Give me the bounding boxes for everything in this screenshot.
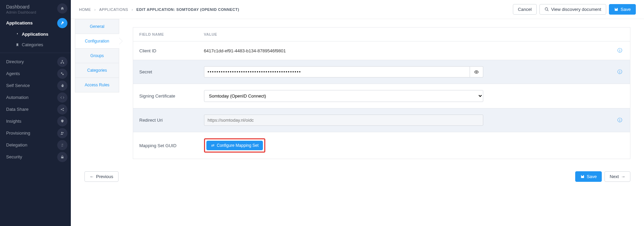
svg-rect-10 — [61, 157, 64, 158]
sidebar-sub-categories[interactable]: Categories — [10, 39, 71, 50]
sidebar-applications-sub: Applications Categories — [0, 29, 71, 50]
content-area: General Configuration Groups Categories … — [71, 19, 644, 167]
eye-icon — [474, 70, 479, 74]
sidebar-applications-section: Applications ▾ — [0, 17, 71, 29]
users-icon[interactable] — [57, 128, 67, 138]
info-icon[interactable]: ⓘ — [617, 117, 622, 123]
configure-mapping-button[interactable]: Configure Mapping Set — [206, 141, 263, 150]
tab-access-rules[interactable]: Access Rules — [75, 77, 119, 92]
svg-point-8 — [61, 132, 63, 133]
sidebar-dashboard-section: Dashboard Admin Dashboard — [0, 0, 71, 17]
view-discovery-button[interactable]: View discovery document — [539, 4, 606, 15]
row-redirect-uri: Redirect Uri ⓘ — [133, 108, 630, 132]
save-button-bottom[interactable]: Save — [575, 171, 602, 182]
svg-point-11 — [545, 8, 548, 11]
bulb-icon[interactable] — [57, 116, 67, 126]
tabs-column: General Configuration Groups Categories … — [75, 19, 119, 167]
sidebar-selfservice-section: Self Service ‹ — [0, 80, 71, 91]
cancel-button[interactable]: Cancel — [513, 4, 537, 15]
breadcrumb-applications[interactable]: APPLICATIONS — [99, 7, 128, 12]
svg-point-4 — [62, 74, 64, 75]
sidebar-item-label: Agents — [6, 71, 20, 76]
arrow-left-icon: ← — [90, 174, 94, 179]
rocket-small-icon — [16, 33, 20, 36]
label-client-id: Client ID — [133, 41, 198, 60]
form-area: FIELD NAME VALUE Client ID 6417c1dd-ef91… — [119, 19, 644, 167]
sidebar-sub-label: Applications — [22, 32, 48, 37]
share-icon[interactable] — [57, 104, 67, 115]
chevron-right-icon: › — [94, 7, 96, 12]
search-icon — [545, 7, 549, 12]
sidebar-sub-label: Categories — [22, 42, 43, 47]
sidebar-datashare-section: Data Share — [0, 103, 71, 115]
svg-point-3 — [61, 72, 62, 74]
sitemap-icon[interactable] — [57, 57, 67, 67]
bookmark-icon — [16, 43, 20, 47]
breadcrumb-home[interactable]: HOME — [79, 7, 91, 12]
sidebar-insights-section: Insights ‹ — [0, 115, 71, 127]
label-redirect-uri: Redirect Uri — [133, 108, 198, 132]
sidebar-dashboard-title: Dashboard — [6, 4, 65, 10]
save-button-top[interactable]: Save — [609, 4, 636, 15]
lock-icon[interactable] — [57, 152, 67, 162]
sidebar-agents-section: Agents — [0, 68, 71, 80]
gears-icon[interactable] — [57, 69, 67, 79]
secret-input[interactable] — [204, 66, 470, 77]
breadcrumb: HOME › APPLICATIONS › EDIT APPLICATION: … — [79, 7, 239, 12]
svg-rect-2 — [63, 63, 64, 64]
sidebar-item-label: Data Share — [6, 107, 29, 112]
next-button[interactable]: Next → — [604, 171, 630, 182]
sidebar-directory-section: Directory ‹ — [0, 56, 71, 68]
sidebar-item-label: Security — [6, 154, 22, 159]
code-icon[interactable] — [57, 92, 67, 103]
row-mapping-guid: Mapping Set GUID Configure Mapping Set — [133, 132, 630, 159]
breadcrumb-current: EDIT APPLICATION: SOMTODAY (OPENID CONNE… — [137, 7, 239, 12]
sidebar-item-label: Provisioning — [6, 131, 30, 136]
info-icon[interactable]: ⓘ — [617, 69, 622, 74]
previous-button[interactable]: ← Previous — [84, 171, 119, 182]
secret-input-group — [204, 66, 483, 77]
topbar: HOME › APPLICATIONS › EDIT APPLICATION: … — [71, 0, 644, 19]
row-secret: Secret ⓘ — [133, 60, 630, 84]
sidebar-item-label: Delegation — [6, 142, 27, 147]
svg-point-9 — [63, 132, 64, 133]
sidebar-security-section: Security ‹ — [0, 151, 71, 163]
home-icon[interactable] — [57, 3, 67, 14]
arrow-right-icon: → — [621, 174, 625, 179]
sidebar-item-label: Insights — [6, 119, 21, 124]
sidebar-item-label: Automation — [6, 95, 29, 100]
sidebar-dashboard-subtitle: Admin Dashboard — [6, 10, 65, 14]
tab-groups[interactable]: Groups — [75, 48, 119, 63]
label-mapping-guid: Mapping Set GUID — [133, 132, 198, 159]
tab-general[interactable]: General — [75, 19, 119, 34]
sidebar-item-label: Directory — [6, 59, 24, 64]
highlight-annotation: Configure Mapping Set — [204, 138, 266, 153]
topbar-actions: Cancel View discovery document Save — [513, 4, 636, 15]
label-secret: Secret — [133, 60, 198, 84]
header-info — [610, 28, 630, 41]
reveal-secret-button[interactable] — [470, 66, 483, 77]
header-value: VALUE — [198, 28, 610, 41]
row-client-id: Client ID 6417c1dd-ef91-4483-b134-878954… — [133, 41, 630, 60]
sidebar-item-label: Applications — [6, 20, 33, 25]
header-field: FIELD NAME — [133, 28, 198, 41]
hand-icon[interactable] — [57, 81, 67, 91]
sidebar-provisioning-section: Provisioning ‹ — [0, 127, 71, 139]
save-icon — [614, 7, 618, 12]
exchange-icon[interactable] — [57, 140, 67, 150]
main-content: HOME › APPLICATIONS › EDIT APPLICATION: … — [71, 0, 644, 226]
tab-categories[interactable]: Categories — [75, 63, 119, 77]
value-client-id: 6417c1dd-ef91-4483-b134-8789546f9801 — [198, 41, 610, 60]
svg-rect-0 — [62, 60, 63, 61]
sidebar-sub-applications[interactable]: Applications — [10, 29, 71, 39]
redirect-uri-input[interactable] — [204, 115, 483, 126]
label-signing-cert: Signing Certificate — [133, 84, 198, 108]
signing-cert-select[interactable]: Somtoday (OpenID Connect) — [204, 90, 483, 102]
info-icon[interactable]: ⓘ — [617, 48, 622, 53]
svg-rect-1 — [61, 63, 62, 64]
rocket-icon[interactable] — [57, 18, 67, 28]
sidebar-automation-section: Automation ‹ — [0, 91, 71, 103]
sidebar: Dashboard Admin Dashboard Applications ▾… — [0, 0, 71, 226]
config-table: FIELD NAME VALUE Client ID 6417c1dd-ef91… — [133, 27, 630, 159]
tab-configuration[interactable]: Configuration — [75, 34, 119, 48]
